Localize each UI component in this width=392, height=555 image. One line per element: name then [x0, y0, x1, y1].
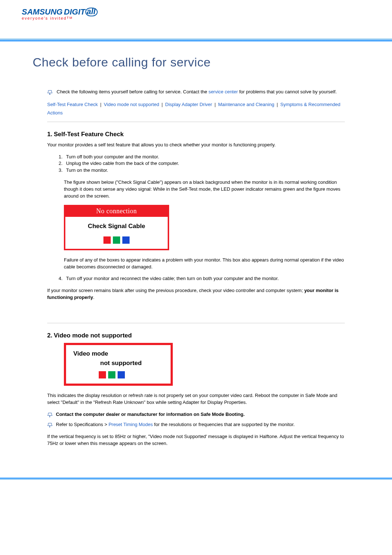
- footer-divider: [0, 478, 392, 480]
- red-square-icon: [99, 371, 106, 378]
- nav-display-adapter[interactable]: Display Adapter Driver: [165, 102, 212, 107]
- osd2-color-squares: [73, 371, 165, 380]
- section-divider: [47, 323, 345, 323]
- intro-text-before: Check the following items yourself befor…: [57, 89, 208, 94]
- logo-sub2: all: [85, 8, 98, 16]
- nav-sep: |: [277, 102, 278, 107]
- section1-heading: 1.Self-Test Feature Check: [47, 131, 345, 138]
- osd-no-connection-figure: No connection Check Signal Cable: [64, 205, 169, 250]
- anchor-nav: Self-Test Feature Check | Video mode not…: [47, 100, 345, 117]
- nav-sep: |: [162, 102, 163, 107]
- osd2-line1: Video mode: [73, 350, 165, 357]
- section2-heading: 2.Video mode not supported: [47, 332, 345, 339]
- blue-square-icon: [122, 236, 130, 244]
- refer-after: for the resolutions or frequencies that …: [153, 422, 295, 427]
- step-1: Turn off both your computer and the moni…: [64, 154, 345, 161]
- refer-before: Refer to Specifications >: [56, 422, 109, 427]
- note-pin-icon: [47, 412, 54, 418]
- bold-note-text: Contact the computer dealer or manufactu…: [56, 412, 245, 417]
- intro-text-after: for problems that you cannot solve by yo…: [238, 89, 336, 94]
- section1-step4-list: Turn off your monitor and reconnect the …: [47, 275, 345, 282]
- section2-paragraph: This indicates the display resolution or…: [47, 392, 345, 406]
- logo-brand: SAMSUNG: [22, 7, 62, 16]
- osd-color-squares: [65, 236, 168, 247]
- section-divider: [47, 122, 345, 122]
- service-center-link[interactable]: service center: [208, 89, 238, 94]
- logo-tagline: everyone's invited: [22, 16, 67, 20]
- step-3: Turn on the monitor.: [64, 167, 345, 174]
- osd-header: No connection: [65, 206, 168, 217]
- section1-closing: If your monitor screen remains blank aft…: [47, 287, 345, 301]
- green-square-icon: [113, 236, 120, 244]
- section2-bold-note: Contact the computer dealer or manufactu…: [47, 411, 345, 418]
- green-square-icon: [108, 371, 115, 378]
- step-2: Unplug the video cable from the back of …: [64, 160, 345, 167]
- intro-note: Check the following items yourself befor…: [47, 89, 345, 95]
- page-title: Check before calling for service: [22, 49, 370, 78]
- logo-sub1: DIGIT: [64, 7, 85, 16]
- nav-sep: |: [215, 102, 216, 107]
- closing-after: .: [93, 295, 94, 300]
- logo-tm: TM: [67, 16, 73, 20]
- section1-failure-note: Failure of any of the boxes to appear in…: [64, 257, 345, 271]
- section1-steps: Turn off both your computer and the moni…: [47, 154, 345, 174]
- section1-intro: Your monitor provides a self test featur…: [47, 142, 345, 149]
- section1-after-step3: The figure shown below ("Check Signal Ca…: [64, 179, 345, 200]
- note-pin-icon: [47, 89, 54, 95]
- osd2-line2: not supported: [73, 360, 165, 367]
- section2-closing: If the vertical frequency is set to 85Hz…: [47, 433, 345, 447]
- nav-sep: |: [100, 102, 101, 107]
- osd-check-signal-text: Check Signal Cable: [65, 223, 168, 230]
- section1-title: Self-Test Feature Check: [54, 131, 123, 138]
- blue-square-icon: [118, 371, 125, 378]
- section2-refer-note: Refer to Specifications > Preset Timing …: [47, 421, 345, 428]
- step-4: Turn off your monitor and reconnect the …: [64, 275, 345, 282]
- nav-self-test[interactable]: Self-Test Feature Check: [47, 102, 98, 107]
- closing-before: If your monitor screen remains blank aft…: [47, 288, 304, 293]
- red-square-icon: [103, 236, 111, 244]
- nav-maintenance[interactable]: Maintenance and Cleaning: [218, 102, 274, 107]
- brand-logo: SAMSUNG DIGITall everyone's invitedTM: [22, 7, 370, 20]
- header-divider: [0, 39, 392, 41]
- section2-title: Video mode not supported: [54, 332, 132, 339]
- note-pin-icon: [47, 422, 54, 428]
- nav-video-mode[interactable]: Video mode not supported: [104, 102, 159, 107]
- preset-timing-modes-link[interactable]: Preset Timing Modes: [109, 422, 153, 427]
- section1-num: 1.: [47, 131, 52, 138]
- osd-video-mode-figure: Video mode not supported: [64, 343, 173, 386]
- section2-num: 2.: [47, 332, 52, 339]
